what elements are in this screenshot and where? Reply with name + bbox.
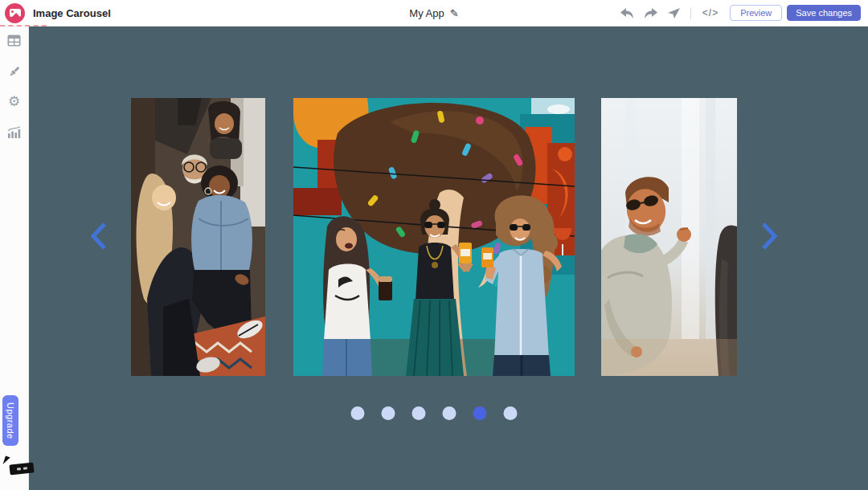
table-icon <box>7 35 21 47</box>
slide-3-photo <box>601 98 737 376</box>
gear-icon: ⚙ <box>8 95 20 108</box>
redo-button[interactable] <box>641 6 660 21</box>
publish-arrow-icon <box>666 7 681 19</box>
publish-button[interactable] <box>665 6 682 21</box>
preview-button[interactable]: Preview <box>730 5 782 21</box>
sidebar: ⚙ Upgrade <box>0 27 29 490</box>
upgrade-button[interactable]: Upgrade <box>2 395 18 446</box>
carousel-prev-button[interactable] <box>90 222 108 251</box>
carousel-dot-2[interactable] <box>382 406 395 420</box>
top-bar: Image Carousel My App ✎ </> Preview Save… <box>0 0 868 27</box>
slide-1-photo <box>131 98 265 376</box>
sidebar-item-analytics[interactable] <box>6 125 23 139</box>
sidebar-item-appearance[interactable] <box>6 64 23 78</box>
carousel-next-button[interactable] <box>760 222 778 251</box>
undo-icon <box>620 7 635 19</box>
app-window: Image Carousel My App ✎ </> Preview Save… <box>0 0 868 490</box>
carousel-dot-1[interactable] <box>351 406 365 420</box>
chevron-left-icon <box>90 222 108 251</box>
carousel-dot-3[interactable] <box>412 406 426 420</box>
widget-title: Image Carousel <box>33 7 111 19</box>
code-button[interactable]: </> <box>699 6 722 20</box>
sidebar-item-settings[interactable]: ⚙ <box>6 95 23 108</box>
toolbar-divider <box>690 7 691 19</box>
brush-icon <box>8 65 21 78</box>
carousel-dots <box>351 406 518 420</box>
editor-canvas <box>29 27 868 490</box>
carousel-slide-2[interactable] <box>293 98 575 376</box>
widget-logo-icon <box>5 3 25 23</box>
save-changes-button[interactable]: Save changes <box>787 5 861 21</box>
app-name-control[interactable]: My App ✎ <box>409 7 458 19</box>
carousel-dot-5[interactable] <box>473 406 487 420</box>
carousel-dot-4[interactable] <box>443 406 457 420</box>
toolbar-actions: </> Preview Save changes <box>618 5 861 21</box>
sidebar-item-widgets[interactable] <box>6 34 23 47</box>
app-name: My App <box>409 7 444 19</box>
redo-icon <box>643 7 658 19</box>
edit-pencil-icon[interactable]: ✎ <box>450 8 459 18</box>
carousel-slide-1[interactable] <box>131 98 265 376</box>
selection-dash <box>0 25 47 27</box>
slide-2-photo <box>293 98 575 376</box>
undo-button[interactable] <box>618 6 637 21</box>
carousel-slide-3[interactable] <box>601 98 737 376</box>
chart-icon <box>7 126 21 138</box>
carousel-dot-6[interactable] <box>504 406 518 420</box>
chevron-right-icon <box>760 222 778 251</box>
